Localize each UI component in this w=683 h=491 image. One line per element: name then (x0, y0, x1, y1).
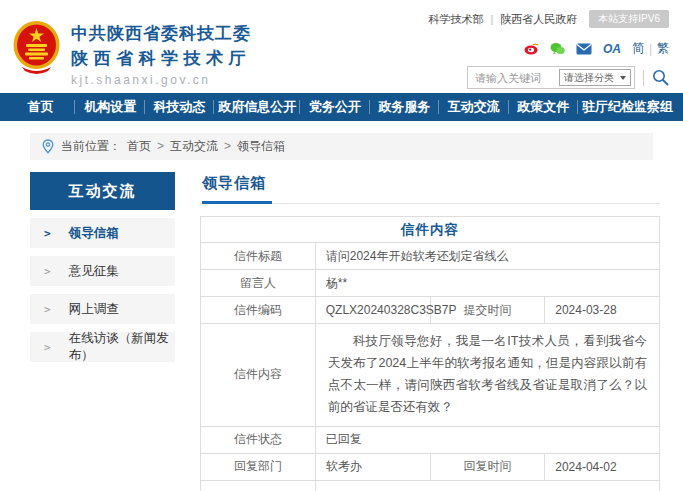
national-emblem-logo (12, 20, 61, 75)
sidebar-item-label: 意见征集 (69, 263, 119, 280)
table-row: 信件编码 QZLX20240328C3SB7P 提交时间 2024-03-28 (201, 297, 660, 324)
chevron-right-icon: > (44, 227, 51, 240)
letter-code-label: 信件编码 (201, 297, 316, 324)
letter-status-label: 信件状态 (201, 426, 316, 453)
nav-item-discipline[interactable]: 驻厅纪检监察组 (578, 93, 677, 121)
org-name-line2: 陕西省科学技术厅 (71, 47, 251, 70)
nav-item-gov-info[interactable]: 政府信息公开 (214, 93, 300, 121)
main-area: 互动交流 > 领导信箱 > 意见征集 > 网上调查 > 在线访谈（新闻发布） 领… (0, 160, 683, 491)
reply-dept-value: 软考办 (315, 453, 430, 480)
reply-time-label: 回复时间 (430, 453, 545, 480)
nav-item-policy[interactable]: 政策文件 (509, 93, 578, 121)
breadcrumb-item-home[interactable]: 首页 (127, 138, 164, 155)
table-row: 留言人 杨** (201, 270, 660, 297)
sidebar-item-survey[interactable]: > 网上调查 (30, 294, 175, 324)
social-icon-row: OA 简 | 繁 (524, 40, 669, 57)
location-pin-icon (42, 139, 54, 154)
sender-value: 杨** (315, 270, 659, 297)
page-title: 领导信箱 (202, 174, 272, 204)
nav-item-interaction[interactable]: 互动交流 (439, 93, 508, 121)
lang-traditional[interactable]: 繁 (657, 40, 669, 57)
table-row: 信件标题 请问2024年开始软考还划定省线么 (201, 243, 660, 270)
link-provincial-gov[interactable]: 陕西省人民政府 (500, 12, 577, 27)
letter-detail-table: 信件内容 信件标题 请问2024年开始软考还划定省线么 留言人 杨** 信件编码… (200, 216, 660, 491)
brand-text: 中共陕西省委科技工委 陕西省科学技术厅 kjt.shaanxi.gov.cn (71, 10, 251, 87)
mail-icon[interactable] (576, 43, 592, 55)
chevron-right-icon: > (44, 303, 51, 316)
breadcrumb-item-mailbox[interactable]: 领导信箱 (237, 138, 285, 155)
category-select-label: 请选择分类 (564, 71, 614, 85)
letter-content-value: 科技厅领导您好，我是一名IT技术人员，看到我省今天发布了2024上半年的软考报名… (315, 324, 659, 427)
sidebar-item-label: 在线访谈（新闻发布） (69, 330, 175, 364)
table-row: 回复内容 考生你好，从2024年上半年开始，全国计算机软件资格考试陕西省不再划定… (201, 480, 660, 491)
language-switch: 简 | 繁 (632, 40, 669, 57)
nav-item-news[interactable]: 科技动态 (145, 93, 214, 121)
divider: | (649, 42, 652, 56)
sidebar-title: 互动交流 (30, 172, 175, 210)
breadcrumb-label: 当前位置： (61, 138, 121, 155)
search-row: 请选择分类 (467, 66, 669, 89)
sender-label: 留言人 (201, 270, 316, 297)
letter-title-label: 信件标题 (201, 243, 316, 270)
sidebar-item-label: 领导信箱 (69, 225, 119, 242)
header-right: 科学技术部 | 陕西省人民政府 本站支持IPV6 OA (428, 10, 669, 93)
top-links: 科学技术部 | 陕西省人民政府 本站支持IPV6 (428, 10, 669, 28)
breadcrumb-wrap: 当前位置： 首页 互动交流 领导信箱 (0, 121, 683, 160)
table-header-row: 信件内容 (201, 217, 660, 243)
lang-simplified[interactable]: 简 (632, 40, 644, 57)
site-header: 中共陕西省委科技工委 陕西省科学技术厅 kjt.shaanxi.gov.cn 科… (0, 0, 683, 93)
weibo-icon[interactable] (524, 42, 539, 55)
table-row: 信件状态 已回复 (201, 426, 660, 453)
search-box: 请选择分类 (467, 66, 635, 89)
sidebar-item-mailbox[interactable]: > 领导信箱 (30, 218, 175, 248)
breadcrumb-item-interaction[interactable]: 互动交流 (170, 138, 231, 155)
site-brand[interactable]: 中共陕西省委科技工委 陕西省科学技术厅 kjt.shaanxi.gov.cn (12, 10, 251, 93)
reply-content-value: 考生你好，从2024年上半年开始，全国计算机软件资格考试陕西省不再划定省线，之前… (315, 480, 659, 491)
letter-code-value: QZLX20240328C3SB7P (315, 297, 430, 324)
letter-title-value: 请问2024年开始软考还划定省线么 (315, 243, 659, 270)
chevron-right-icon: > (44, 341, 51, 354)
sidebar: 互动交流 > 领导信箱 > 意见征集 > 网上调查 > 在线访谈（新闻发布） (30, 172, 175, 491)
chevron-down-icon (620, 76, 626, 80)
search-input[interactable] (475, 72, 559, 84)
search-icon[interactable] (652, 69, 669, 86)
nav-item-home[interactable]: 首页 (6, 93, 75, 121)
reply-dept-label: 回复部门 (201, 453, 316, 480)
content-panel: 领导信箱 信件内容 信件标题 请问2024年开始软考还划定省线么 留言人 杨**… (200, 172, 660, 491)
wechat-icon[interactable] (550, 42, 565, 55)
table-header: 信件内容 (201, 217, 660, 243)
main-nav: 首页 机构设置 科技动态 政府信息公开 党务公开 政务服务 互动交流 政策文件 … (0, 93, 683, 121)
content-title-bar: 领导信箱 (200, 172, 660, 204)
table-row: 回复部门 软考办 回复时间 2024-04-02 (201, 453, 660, 480)
org-name-line1: 中共陕西省委科技工委 (71, 22, 251, 45)
letter-content-label: 信件内容 (201, 324, 316, 427)
sidebar-item-opinion[interactable]: > 意见征集 (30, 256, 175, 286)
ipv6-badge: 本站支持IPV6 (589, 10, 669, 28)
site-url: kjt.shaanxi.gov.cn (71, 73, 251, 87)
nav-item-services[interactable]: 政务服务 (370, 93, 439, 121)
divider (643, 70, 644, 86)
submit-time-value: 2024-03-28 (545, 297, 660, 324)
table-row: 信件内容 科技厅领导您好，我是一名IT技术人员，看到我省今天发布了2024上半年… (201, 324, 660, 427)
sidebar-item-label: 网上调查 (69, 301, 119, 318)
category-select[interactable]: 请选择分类 (559, 69, 631, 86)
chevron-right-icon: > (44, 265, 51, 278)
sidebar-item-interview[interactable]: > 在线访谈（新闻发布） (30, 332, 175, 362)
letter-status-value: 已回复 (315, 426, 659, 453)
link-ministry[interactable]: 科学技术部 (428, 12, 483, 27)
nav-item-party[interactable]: 党务公开 (300, 93, 369, 121)
reply-time-value: 2024-04-02 (545, 453, 660, 480)
oa-link[interactable]: OA (603, 42, 621, 56)
nav-item-org[interactable]: 机构设置 (75, 93, 144, 121)
divider: | (490, 13, 493, 25)
breadcrumb: 当前位置： 首页 互动交流 领导信箱 (30, 133, 653, 160)
reply-content-label: 回复内容 (201, 480, 316, 491)
